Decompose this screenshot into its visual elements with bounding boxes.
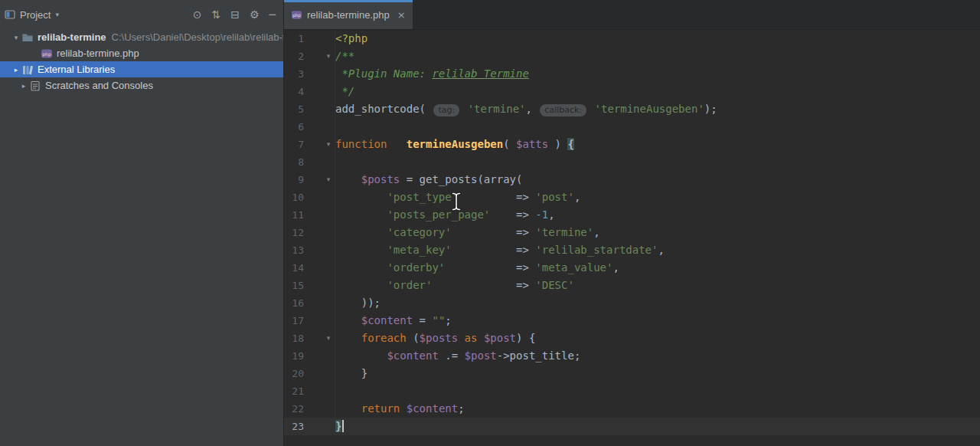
code-line[interactable]	[335, 153, 980, 171]
code-row[interactable]: 18▾ foreach ($posts as $post) {	[284, 330, 980, 347]
code-line[interactable]: <?php	[335, 30, 980, 48]
fold-icon[interactable]: ▾	[322, 48, 335, 65]
fold-icon[interactable]: ▾	[322, 171, 335, 189]
parameter-hint[interactable]: callback:	[540, 104, 586, 116]
line-number[interactable]: 7	[284, 136, 304, 153]
line-number[interactable]: 17	[284, 312, 304, 330]
parameter-hint[interactable]: tag:	[433, 104, 459, 116]
line-number[interactable]: 20	[284, 365, 304, 382]
code-line[interactable]: foreach ($posts as $post) {	[335, 330, 980, 347]
code-line[interactable]	[335, 382, 980, 400]
code-line[interactable]: 'meta_key' => 'relilab_startdate',	[335, 241, 980, 259]
code-line[interactable]: 'category' => 'termine',	[335, 224, 980, 241]
line-number[interactable]: 9	[284, 171, 304, 189]
chevron-right-icon[interactable]: ▸	[11, 66, 21, 74]
tree-item-scratches[interactable]: ▸ Scratches and Consoles	[0, 77, 283, 93]
code-line[interactable]: add_shortcode( tag: 'termine', callback:…	[335, 100, 980, 118]
locate-file-icon[interactable]: ⊙	[193, 9, 202, 20]
code-line[interactable]: }	[335, 418, 980, 435]
code-row[interactable]: 13 'meta_key' => 'relilab_startdate',	[284, 241, 980, 259]
chevron-right-icon[interactable]: ▸	[18, 82, 29, 90]
line-number[interactable]: 1	[284, 30, 304, 48]
code-row[interactable]: 11 'posts_per_page' => -1,	[284, 206, 980, 224]
code-row[interactable]: 14 'orderby' => 'meta_value',	[284, 259, 980, 277]
settings-gear-icon[interactable]: ⚙	[250, 9, 260, 20]
code-line[interactable]: $content = "";	[335, 312, 980, 330]
line-number[interactable]: 19	[284, 347, 304, 365]
line-number[interactable]: 15	[284, 277, 304, 294]
code-line[interactable]: ));	[335, 294, 980, 312]
fold-icon[interactable]: ▾	[322, 136, 335, 153]
project-panel-toolbar: ⊙ ⇅ ⊟ ⚙ ─	[193, 9, 276, 20]
code-token: ,	[525, 103, 538, 115]
code-row[interactable]: 3 *Plugin Name: relilab Termine	[284, 65, 980, 83]
code-line[interactable]: 'orderby' => 'meta_value',	[335, 259, 980, 277]
tree-item-php-file[interactable]: php relilab-termine.php	[0, 45, 283, 61]
code-line[interactable]: 'posts_per_page' => -1,	[335, 206, 980, 224]
line-number[interactable]: 4	[284, 83, 304, 100]
code-row[interactable]: 19 $content .= $post->post_title;	[284, 347, 980, 365]
collapse-all-icon[interactable]: ⊟	[230, 9, 240, 20]
code-row[interactable]: 7▾function termineAusgeben( $atts ) {	[284, 136, 980, 153]
line-number[interactable]: 14	[284, 259, 304, 277]
code-area[interactable]: 1<?php2▾/**3 *Plugin Name: relilab Termi…	[284, 30, 980, 446]
line-number[interactable]: 22	[284, 400, 304, 418]
code-token: = get_posts(array(	[400, 173, 522, 185]
code-line[interactable]: 'post_type' => 'post',	[335, 189, 980, 206]
expand-all-icon[interactable]: ⇅	[212, 9, 221, 20]
code-line[interactable]: $content .= $post->post_title;	[335, 347, 980, 365]
line-number[interactable]: 8	[284, 153, 304, 171]
code-token: add_shortcode(	[335, 103, 432, 115]
line-number[interactable]: 5	[284, 100, 304, 118]
hide-panel-icon[interactable]: ─	[270, 9, 276, 20]
chevron-down-icon[interactable]: ▾	[11, 34, 21, 41]
code-row[interactable]: 10 'post_type' => 'post',	[284, 189, 980, 206]
code-row[interactable]: 5add_shortcode( tag: 'termine', callback…	[284, 100, 980, 118]
code-token: ) {	[516, 332, 535, 344]
code-row[interactable]: 6	[284, 118, 980, 136]
code-line[interactable]: 'order' => 'DESC'	[335, 277, 980, 294]
code-row[interactable]: 4 */	[284, 83, 980, 100]
line-number[interactable]: 21	[284, 382, 304, 400]
code-row[interactable]: 21	[284, 382, 980, 400]
line-number[interactable]: 6	[284, 118, 304, 136]
code-token	[335, 279, 387, 291]
line-number[interactable]: 2	[284, 48, 304, 65]
code-row[interactable]: 12 'category' => 'termine',	[284, 224, 980, 241]
code-line[interactable]: *Plugin Name: relilab Termine	[335, 65, 980, 83]
code-row[interactable]: 9▾ $posts = get_posts(array(	[284, 171, 980, 189]
line-number[interactable]: 10	[284, 189, 304, 206]
code-row[interactable]: 8	[284, 153, 980, 171]
code-line[interactable]: function termineAusgeben( $atts ) {	[335, 136, 980, 153]
code-line[interactable]: }	[335, 365, 980, 382]
code-row[interactable]: 15 'order' => 'DESC'	[284, 277, 980, 294]
svg-text:php: php	[292, 12, 301, 18]
tree-item-project-root[interactable]: ▾ relilab-termine C:\Users\Daniel\Deskto…	[0, 29, 283, 45]
line-number[interactable]: 11	[284, 206, 304, 224]
tree-item-external-libraries[interactable]: ▸ External Libraries	[0, 61, 283, 77]
code-row[interactable]: 20 }	[284, 365, 980, 382]
code-row[interactable]: 16 ));	[284, 294, 980, 312]
code-line[interactable]: return $content;	[335, 400, 980, 418]
code-row[interactable]: 17 $content = "";	[284, 312, 980, 330]
code-line[interactable]	[335, 118, 980, 136]
line-number[interactable]: 3	[284, 65, 304, 83]
code-row[interactable]: 22 return $content;	[284, 400, 980, 418]
code-row[interactable]: 1<?php	[284, 30, 980, 48]
code-line[interactable]: $posts = get_posts(array(	[335, 171, 980, 189]
line-number[interactable]: 13	[284, 241, 304, 259]
code-line[interactable]: */	[335, 83, 980, 100]
line-number[interactable]: 18	[284, 330, 304, 347]
code-line[interactable]: /**	[335, 48, 980, 65]
tree-item-path: C:\Users\Daniel\Desktop\relilab\relilab-…	[112, 31, 283, 43]
code-row[interactable]: 2▾/**	[284, 48, 980, 65]
folder-icon	[21, 31, 34, 44]
line-number[interactable]: 23	[284, 418, 304, 435]
line-number[interactable]: 12	[284, 224, 304, 241]
project-view-selector[interactable]: Project ▾	[5, 9, 59, 21]
editor-tab[interactable]: php relilab-termine.php ×	[284, 0, 413, 29]
code-row[interactable]: 23}	[284, 418, 980, 435]
fold-icon[interactable]: ▾	[322, 330, 335, 347]
close-icon[interactable]: ×	[397, 9, 406, 21]
line-number[interactable]: 16	[284, 294, 304, 312]
